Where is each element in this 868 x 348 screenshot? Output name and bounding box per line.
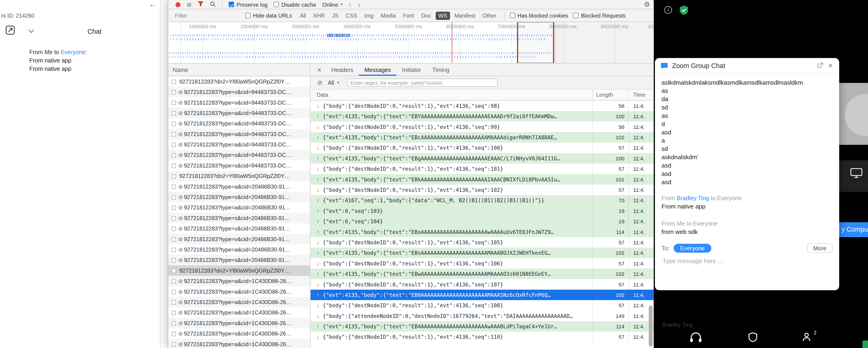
- request-row[interactable]: ⊘ 92721812283?type=a&cid=1C430D86-26…: [168, 339, 310, 348]
- detail-tab[interactable]: Timing: [427, 64, 455, 76]
- clear-button[interactable]: ⊘: [187, 1, 192, 7]
- preserve-log-checkbox[interactable]: Preserve log: [229, 1, 268, 7]
- record-button[interactable]: [176, 2, 181, 7]
- request-row[interactable]: 92721812283?dn2=Yl90aW5nQGRpZ2l0Y…: [168, 266, 310, 276]
- websocket-message-row[interactable]: {"evt":4135,"body":{"text":"EBYAAAAAAAAA…: [310, 111, 654, 121]
- websocket-message-row[interactable]: {"body":{"destNodeID":0,"result":1},"evt…: [310, 258, 654, 269]
- request-row[interactable]: 92721812283?dn2=Yl90aW5nQGRpZ2l0Y…: [168, 171, 310, 181]
- meta-recipient-link[interactable]: Everyone: [61, 48, 85, 55]
- close-icon[interactable]: ×: [827, 61, 834, 70]
- network-overview-timeline[interactable]: 1000000 ms2000000 ms3000000 ms4000000 ms…: [168, 22, 654, 64]
- gear-icon[interactable]: ⚙: [644, 0, 650, 8]
- websocket-message-row[interactable]: {"body":{"destNodeID":0,"result":1},"evt…: [310, 164, 654, 174]
- checkbox-icon[interactable]: [510, 13, 515, 18]
- checkbox-icon[interactable]: [245, 13, 251, 18]
- has-blocked-cookies-checkbox[interactable]: Has blocked cookies: [510, 12, 568, 19]
- message-type-dropdown[interactable]: All: [328, 79, 334, 85]
- websocket-message-row[interactable]: {"body":{"destNodeID":0,"result":1},"evt…: [310, 300, 654, 311]
- recipient-selector-button[interactable]: Everyone: [674, 243, 711, 252]
- resource-type-chip[interactable]: XHR: [310, 11, 328, 20]
- import-har-button[interactable]: ↑: [348, 1, 351, 7]
- detail-tab[interactable]: Messages: [359, 64, 397, 76]
- detail-tab[interactable]: Headers: [326, 64, 359, 76]
- request-row[interactable]: ⊘ 92721812283?type=s&cid=20486B30-91…: [168, 192, 310, 202]
- export-har-button[interactable]: ↓: [358, 1, 361, 7]
- popout-chat-icon[interactable]: [6, 26, 15, 35]
- websocket-message-row[interactable]: {"body":{"destNodeID":0,"result":1},"evt…: [310, 185, 654, 195]
- websocket-message-row[interactable]: {"body":{"destNodeID":0,"result":1},"evt…: [310, 143, 654, 153]
- filter-input[interactable]: [174, 12, 240, 19]
- resource-type-chip[interactable]: WS: [436, 11, 450, 20]
- request-row[interactable]: ⊘ 92721812283?type=a&cid=94483733-DC…: [168, 108, 310, 118]
- resource-type-chip[interactable]: CSS: [343, 11, 360, 20]
- resource-type-chip[interactable]: Img: [362, 11, 376, 20]
- request-row[interactable]: ⊘ 92721812283?type=s&cid=1C430D86-26…: [168, 318, 310, 328]
- request-row[interactable]: ⊘ 92721812283?type=v&cid=20486B30-91…: [168, 223, 310, 234]
- resource-type-chip[interactable]: Doc: [418, 11, 434, 20]
- throttling-dropdown[interactable]: Online ▾: [322, 1, 342, 7]
- websocket-message-row[interactable]: {"body":{"destNodeID":0,"result":1},"evt…: [310, 237, 654, 248]
- websocket-message-row[interactable]: {"evt":4135,"body":{"text":"EB0AAAAAAAAA…: [310, 290, 654, 300]
- request-row[interactable]: ⊘ 92721812283?type=v&cid=94483733-DC…: [168, 97, 310, 108]
- search-button[interactable]: [210, 1, 216, 8]
- join-audio-button[interactable]: [690, 332, 702, 345]
- request-row[interactable]: ⊘ 92721812283?type=a&cid=94483733-DC…: [168, 139, 310, 150]
- request-row[interactable]: ⊘ 92721812283?type=a&cid=20486B30-91…: [168, 202, 310, 213]
- websocket-message-row[interactable]: {"evt":4135,"body":{"text":"EB4AAAAAAAAA…: [310, 321, 654, 332]
- resource-type-chip[interactable]: Manifest: [452, 11, 478, 20]
- participant-video-tile[interactable]: [839, 83, 868, 145]
- request-row[interactable]: ⊘ 92721812283?type=a&cid=1C430D86-26…: [168, 307, 310, 318]
- detail-tab[interactable]: Initiator: [397, 64, 427, 76]
- hide-data-urls-checkbox[interactable]: Hide data URLs: [245, 12, 292, 19]
- security-button[interactable]: [748, 332, 757, 345]
- request-row[interactable]: ⊘ 92721812283?type=a&cid=94483733-DC…: [168, 129, 310, 139]
- checkbox-icon[interactable]: [274, 2, 279, 7]
- request-row[interactable]: ⊘ 92721812283?type=s&cid=20486B30-91…: [168, 255, 310, 265]
- blocked-requests-checkbox[interactable]: Blocked Requests: [573, 12, 626, 19]
- checkbox-icon[interactable]: [573, 13, 579, 18]
- request-row[interactable]: ⊘ 92721812283?type=s&cid=94483733-DC…: [168, 160, 310, 171]
- participants-button[interactable]: [802, 332, 813, 344]
- request-row[interactable]: ⊘ 92721812283?type=v&cid=94483733-DC…: [168, 87, 310, 97]
- websocket-message-row[interactable]: {"body":{"destNodeID":0,"result":1},"evt…: [310, 101, 654, 111]
- request-row[interactable]: ⊘ 92721812283?type=v&cid=20486B30-91…: [168, 234, 310, 244]
- request-row[interactable]: ⊘ 92721812283?type=s&cid=94483733-DC…: [168, 150, 310, 160]
- request-row[interactable]: ⊘ 92721812283?type=a&cid=20486B30-91…: [168, 181, 310, 192]
- websocket-message-row[interactable]: {"evt":0,"seq":103} 19 11:4.: [310, 206, 654, 216]
- sender-name-link[interactable]: Bradley Ting: [677, 195, 709, 201]
- checkbox-checked-icon[interactable]: [229, 2, 234, 7]
- disable-cache-checkbox[interactable]: Disable cache: [274, 1, 316, 7]
- request-row[interactable]: ⊘ 92721812283?type=s&cid=1C430D86-26…: [168, 328, 310, 339]
- clear-messages-icon[interactable]: ⊘: [317, 79, 322, 86]
- more-button[interactable]: More: [807, 243, 833, 253]
- scrollbar-thumb[interactable]: [649, 306, 653, 347]
- websocket-message-row[interactable]: {"evt":4135,"body":{"text":"EBoAAAAAAAAA…: [310, 227, 654, 237]
- encryption-shield-icon[interactable]: [680, 5, 688, 17]
- data-column-header[interactable]: Data: [310, 90, 592, 100]
- websocket-message-row[interactable]: {"evt":4135,"body":{"text":"EBsAAAAAAAAA…: [310, 248, 654, 258]
- websocket-message-row[interactable]: {"body":{"destNodeID":0,"result":1},"evt…: [310, 279, 654, 289]
- resource-type-chip[interactable]: All: [297, 11, 309, 20]
- resource-type-chip[interactable]: Other: [480, 11, 499, 20]
- websocket-message-row[interactable]: {"evt":4135,"body":{"text":"EBgAAAAAAAAA…: [310, 153, 654, 164]
- request-row[interactable]: ⊘ 92721812283?type=a&cid=20486B30-91…: [168, 244, 310, 255]
- websocket-message-row[interactable]: {"evt":4135,"body":{"text":"EBkAAAAAAAAA…: [310, 174, 654, 185]
- request-row[interactable]: ⊘ 92721812283?type=a&cid=1C430D86-26…: [168, 276, 310, 286]
- request-row[interactable]: ⊘ 92721812283?type=a&cid=1C430D86-26…: [168, 286, 310, 297]
- request-row[interactable]: 92721812283?dn2=Yl90aW5nQGRpZ2l0Y…: [168, 76, 310, 87]
- popout-icon[interactable]: [817, 63, 823, 69]
- resource-type-chip[interactable]: Font: [400, 11, 417, 20]
- name-column-header[interactable]: Name: [168, 64, 310, 76]
- websocket-message-row[interactable]: {"body":{"attendeeNodeID":0,"destNodeID"…: [310, 311, 654, 321]
- chat-message-input[interactable]: [661, 257, 833, 265]
- request-row[interactable]: ⊘ 92721812283?type=a&cid=94483733-DC…: [168, 118, 310, 129]
- meeting-info-icon[interactable]: i: [664, 6, 672, 14]
- close-icon[interactable]: ×: [313, 64, 326, 76]
- websocket-message-row[interactable]: {"evt":4135,"body":{"text":"EBcAAAAAAAAA…: [310, 132, 654, 143]
- resource-type-chip[interactable]: Media: [378, 11, 399, 20]
- length-column-header[interactable]: Length: [592, 90, 628, 100]
- websocket-message-row[interactable]: {"body":{"destNodeID":0,"result":1},"evt…: [310, 332, 654, 342]
- request-row[interactable]: ⊘ 92721812283?type=s&cid=20486B30-91…: [168, 213, 310, 223]
- filter-toggle-button[interactable]: [198, 1, 204, 8]
- request-row[interactable]: ⊘ 92721812283?type=a&cid=1C430D86-26…: [168, 297, 310, 307]
